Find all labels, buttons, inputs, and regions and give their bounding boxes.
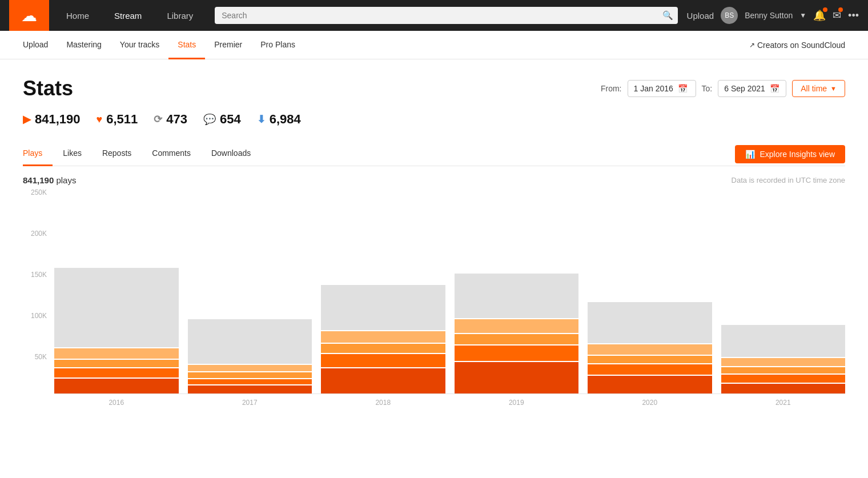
tab-comments[interactable]: Comments xyxy=(142,143,201,166)
avatar[interactable]: BS xyxy=(721,7,738,24)
sub-navigation: Upload Mastering Your tracks Stats Premi… xyxy=(0,31,868,59)
bar-segment xyxy=(588,356,712,364)
downloads-stat: ⬇ 6,984 xyxy=(257,112,301,127)
bar-segment xyxy=(721,325,846,357)
bar-segment xyxy=(588,376,712,393)
subnav-upload[interactable]: Upload xyxy=(23,31,57,59)
search-button[interactable]: 🔍 xyxy=(662,10,673,21)
bar-segment xyxy=(721,384,846,393)
x-label-2020: 2020 xyxy=(588,399,712,407)
plays-count: 841,190 xyxy=(35,112,81,127)
chart-column-2017 xyxy=(188,188,312,393)
message-dot xyxy=(838,7,843,12)
utc-note: Data is recorded in UTC time zone xyxy=(732,176,845,184)
y-axis: 250K 200K 150K 100K 50K xyxy=(23,188,51,394)
bar-segment xyxy=(54,360,179,368)
bar-segment xyxy=(54,268,179,347)
library-nav-link[interactable]: Library xyxy=(154,0,206,31)
tab-likes[interactable]: Likes xyxy=(53,143,92,166)
repost-icon: ⟳ xyxy=(154,113,162,126)
x-label-2021: 2021 xyxy=(721,399,846,407)
nav-right-section: Upload BS Benny Sutton ▼ 🔔 ✉ ••• xyxy=(687,7,859,24)
bar-segment xyxy=(455,346,579,361)
x-labels: 201620172018201920202021 xyxy=(54,399,845,407)
subnav-your-tracks[interactable]: Your tracks xyxy=(111,31,169,59)
bar-segment xyxy=(188,365,312,372)
bar-segment xyxy=(455,362,579,393)
bar-segment xyxy=(54,348,179,359)
to-label: To: xyxy=(702,84,713,93)
likes-stat: ♥ 6,511 xyxy=(97,112,138,127)
home-nav-link[interactable]: Home xyxy=(54,0,102,31)
main-content: Stats From: 1 Jan 2016 📅 To: 6 Sep 2021 … xyxy=(0,59,868,478)
download-icon: ⬇ xyxy=(257,113,266,126)
subnav-premier[interactable]: Premier xyxy=(205,31,251,59)
all-time-label: All time xyxy=(801,84,827,93)
bar-segment xyxy=(54,368,179,377)
more-options-icon[interactable]: ••• xyxy=(848,10,859,22)
downloads-count: 6,984 xyxy=(270,112,301,127)
y-label-100k: 100K xyxy=(23,312,51,320)
sub-nav-links: Upload Mastering Your tracks Stats Premi… xyxy=(23,31,749,59)
user-name[interactable]: Benny Sutton xyxy=(745,11,793,20)
bar-segment xyxy=(588,364,712,375)
chart-column-2018 xyxy=(321,188,445,393)
top-navigation: ☁ Home Stream Library 🔍 Upload BS Benny … xyxy=(0,0,868,31)
bar-segment xyxy=(721,375,846,383)
stats-numbers: ▶ 841,190 ♥ 6,511 ⟳ 473 💬 654 ⬇ 6,984 xyxy=(23,112,845,127)
from-date-input[interactable]: 1 Jan 2016 📅 xyxy=(628,80,696,97)
search-input[interactable] xyxy=(215,7,677,24)
creators-on-soundcloud-link[interactable]: Creators on SoundCloud xyxy=(749,41,845,50)
bar-segment xyxy=(455,334,579,344)
page-title: Stats xyxy=(23,77,73,101)
bar-segment xyxy=(321,344,445,353)
chart-bar-icon: 📊 xyxy=(745,150,755,159)
chart-info: 841,190 plays Data is recorded in UTC ti… xyxy=(23,175,845,185)
bar-segment xyxy=(321,331,445,343)
from-label: From: xyxy=(601,84,622,93)
bar-segment xyxy=(321,285,445,330)
chart-plays-text: plays xyxy=(56,175,76,185)
comments-count: 654 xyxy=(220,112,241,127)
play-icon: ▶ xyxy=(23,113,31,126)
notification-dot xyxy=(823,7,827,12)
all-time-button[interactable]: All time ▼ xyxy=(792,80,845,97)
tab-plays[interactable]: Plays xyxy=(23,143,53,166)
y-label-200k: 200K xyxy=(23,230,51,238)
from-calendar-icon: 📅 xyxy=(678,84,688,93)
y-label-250k: 250K xyxy=(23,188,51,196)
x-label-2016: 2016 xyxy=(54,399,179,407)
subnav-mastering[interactable]: Mastering xyxy=(57,31,110,59)
heart-icon: ♥ xyxy=(97,114,103,126)
from-date-value: 1 Jan 2016 xyxy=(634,84,673,93)
bar-segment xyxy=(188,379,312,385)
plays-stat: ▶ 841,190 xyxy=(23,112,81,127)
to-date-value: 6 Sep 2021 xyxy=(724,84,765,93)
chart-column-2016 xyxy=(54,188,179,393)
chart-column-2019 xyxy=(455,188,579,393)
date-range: From: 1 Jan 2016 📅 To: 6 Sep 2021 📅 All … xyxy=(601,80,845,97)
tab-downloads[interactable]: Downloads xyxy=(201,143,261,166)
chart-column-2020 xyxy=(588,188,712,393)
upload-nav-link[interactable]: Upload xyxy=(687,11,714,21)
bar-segment xyxy=(455,274,579,319)
search-bar-container: 🔍 xyxy=(215,7,677,24)
bar-segment xyxy=(188,372,312,378)
soundcloud-logo[interactable]: ☁ xyxy=(9,0,49,31)
messages-icon[interactable]: ✉ xyxy=(833,9,841,22)
tab-reposts[interactable]: Reposts xyxy=(92,143,142,166)
y-label-50k: 50K xyxy=(23,353,51,361)
subnav-pro-plans[interactable]: Pro Plans xyxy=(251,31,304,59)
notifications-icon[interactable]: 🔔 xyxy=(813,9,826,22)
chart-area xyxy=(54,188,845,394)
subnav-stats[interactable]: Stats xyxy=(168,31,205,59)
explore-btn-label: Explore Insights view xyxy=(760,150,835,159)
explore-insights-button[interactable]: 📊 Explore Insights view xyxy=(735,145,845,163)
logo-icon: ☁ xyxy=(21,6,37,25)
stream-nav-link[interactable]: Stream xyxy=(102,0,154,31)
to-date-input[interactable]: 6 Sep 2021 📅 xyxy=(718,80,786,97)
chart-plays-number: 841,190 xyxy=(23,175,54,185)
bar-segment xyxy=(321,354,445,368)
chart-column-2021 xyxy=(721,188,846,393)
chart-plays-label: 841,190 plays xyxy=(23,175,76,185)
